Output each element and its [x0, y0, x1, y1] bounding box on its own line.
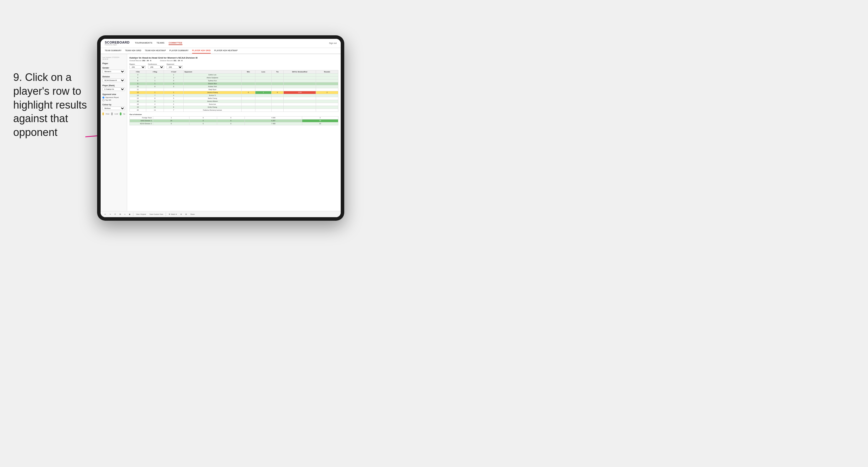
toolbar-undo[interactable]: ↩ — [103, 213, 107, 215]
table-cell — [242, 103, 255, 106]
sidebar-colour-select[interactable]: Win/loss — [102, 106, 125, 110]
table-cell — [242, 108, 255, 112]
table-cell — [271, 94, 283, 97]
filter-opponent-select[interactable]: (All) — [166, 65, 183, 69]
table-row[interactable]: 1063Andrea York — [130, 85, 338, 88]
sidebar-radio-group: Opponents Played Top 100 — [102, 96, 125, 101]
logo-area: SCOREBOARD Powered by clippd — [105, 41, 129, 46]
sidebar-player-rank-select[interactable]: 8. Katelyn Vo — [102, 87, 125, 91]
table-cell — [255, 100, 272, 103]
table-cell: Haeji Hyun — [183, 88, 241, 91]
toolbar-grid-2[interactable]: ⊞ — [185, 213, 188, 215]
filter-region-select[interactable]: (All) — [129, 65, 146, 69]
table-row[interactable]: 31Esther Lee — [130, 73, 338, 76]
sidebar-player-rank-label: Player (Rank) — [102, 85, 125, 87]
table-cell: Jessica Mason — [183, 100, 241, 103]
table-cell — [255, 82, 272, 85]
table-row[interactable]: 1822Euna Lee — [130, 103, 338, 106]
table-cell — [283, 106, 316, 108]
sidebar-gender-select[interactable]: Women's — [102, 70, 125, 73]
table-cell: Sydney Kuo — [183, 79, 241, 82]
th-rounds: Rounds — [316, 70, 338, 73]
toolbar-circle[interactable]: ◉ — [128, 213, 131, 215]
toolbar-refresh[interactable]: ⟳ — [114, 213, 117, 215]
subnav-team-h2h-heatmap[interactable]: TEAM H2H HEATMAP — [145, 48, 166, 54]
toolbar-watch[interactable]: 👁 Watch ▾ — [168, 213, 178, 215]
table-cell: 11 — [146, 108, 164, 112]
nav-tournaments[interactable]: TOURNAMENTS — [135, 41, 152, 45]
table-cell — [316, 82, 338, 85]
toolbar-menu[interactable]: ≡ — [124, 213, 126, 215]
table-cell: 9 — [130, 82, 146, 85]
legend-dot-level — [111, 113, 113, 115]
ood-cell: 7.400 — [245, 122, 302, 125]
table-cell: 14 — [130, 94, 146, 97]
ood-row: NCAA Division 25007.40010 — [130, 122, 338, 125]
radio-opponents-played[interactable]: Opponents Played — [102, 96, 125, 99]
table-cell: 20 — [130, 108, 146, 112]
sidebar-division-label: Division — [102, 75, 125, 78]
panel-title: Katelyn Vo Head-to-Head Grid for Women's… — [129, 57, 338, 59]
subnav-team-h2h-grid[interactable]: TEAM H2H GRID — [125, 48, 141, 54]
ood-cell: 1 — [153, 116, 189, 119]
table-row[interactable]: 11Haeji Hyun — [130, 88, 338, 91]
table-row[interactable]: 1691Jessica Mason — [130, 100, 338, 103]
table-cell: 3 — [164, 85, 184, 88]
subnav-player-h2h-heatmap[interactable]: PLAYER H2H HEATMAP — [214, 48, 238, 54]
toolbar-redo-1[interactable]: ↪ — [108, 213, 112, 215]
filter-conference-select[interactable]: (All) — [148, 65, 164, 69]
nav-teams[interactable]: TEAMS — [157, 41, 164, 45]
sidebar-player-rank: Player (Rank) 8. Katelyn Vo — [102, 85, 125, 91]
subnav-player-h2h-grid[interactable]: PLAYER H2H GRID — [192, 48, 211, 54]
toolbar-save-custom[interactable]: Save Custom View — [149, 213, 164, 215]
toolbar-share[interactable]: Share — [189, 213, 196, 215]
ood-cell: 2 — [302, 116, 338, 119]
ood-cell: 10 — [302, 122, 338, 125]
nav-committee[interactable]: COMMITTEE — [168, 41, 182, 45]
table-cell: 3 — [130, 73, 146, 76]
table-cell: 3 — [164, 79, 184, 82]
table-row[interactable]: 914Sharon Mun — [130, 82, 338, 85]
table-cell — [283, 82, 316, 85]
table-cell — [316, 79, 338, 82]
th-loss: Loss — [255, 70, 272, 73]
table-cell — [271, 106, 283, 108]
content-panel: Katelyn Vo Head-to-Head Grid for Women's… — [127, 54, 341, 211]
table-cell — [242, 73, 255, 76]
table-row[interactable]: 20117Federica Domecq Lacroze — [130, 108, 338, 112]
bottom-toolbar: ↩ ↪ ⟳ ⊞ ≡ ◉ View: Original Save Custom V… — [101, 211, 341, 217]
table-cell — [316, 100, 338, 103]
sub-nav: TEAM SUMMARY TEAM H2H GRID TEAM H2H HEAT… — [101, 48, 341, 54]
overall-record-label: Overall Record: 353 - 34 - 6 — [129, 60, 151, 62]
table-cell: 6 — [164, 106, 184, 108]
annotation-text: 9. Click on a player's row to highlight … — [13, 71, 90, 139]
table-cell: 1 — [164, 91, 184, 94]
toolbar-grid[interactable]: ⊞ — [119, 213, 122, 215]
toolbar-view-original[interactable]: View: Original — [135, 213, 147, 215]
subnav-team-summary[interactable]: TEAM SUMMARY — [105, 48, 122, 54]
subnav-player-summary[interactable]: PLAYER SUMMARY — [169, 48, 189, 54]
table-row[interactable]: 613Sydney Kuo — [130, 79, 338, 82]
main-content: Last Updated: 27/03/2024 16:55:28 Player… — [101, 54, 341, 211]
table-row[interactable]: 1585Stella Cheng — [130, 97, 338, 100]
table-cell: Euna Lee — [183, 103, 241, 106]
table-row[interactable]: 1474Eunice Yi — [130, 94, 338, 97]
filter-opponent: Opponent (All) — [166, 63, 183, 69]
table-cell: 18 — [130, 103, 146, 106]
sidebar-timestamp: Last Updated: 27/03/2024 16:55:28 — [102, 57, 125, 60]
table-row[interactable]: 522Alexis Sudjianto — [130, 76, 338, 79]
table-cell — [164, 88, 184, 91]
table-row[interactable]: 1311Jessica Huang010-3.002 — [130, 91, 338, 94]
radio-top-100[interactable]: Top 100 — [102, 99, 125, 101]
th-reg: # Reg — [146, 70, 164, 73]
table-row[interactable]: 19106Emily Chang — [130, 106, 338, 108]
th-conf: # Conf — [164, 70, 184, 73]
toolbar-add[interactable]: ⊕ — [180, 213, 183, 215]
sign-out-link[interactable]: Sign out — [329, 42, 337, 44]
sidebar-division-select[interactable]: NCAA Division III — [102, 79, 125, 82]
table-cell: 11 — [130, 88, 146, 91]
table-cell: 2 — [146, 103, 164, 106]
table-cell — [271, 88, 283, 91]
ood-cell: 5 — [153, 122, 189, 125]
table-cell — [316, 106, 338, 108]
